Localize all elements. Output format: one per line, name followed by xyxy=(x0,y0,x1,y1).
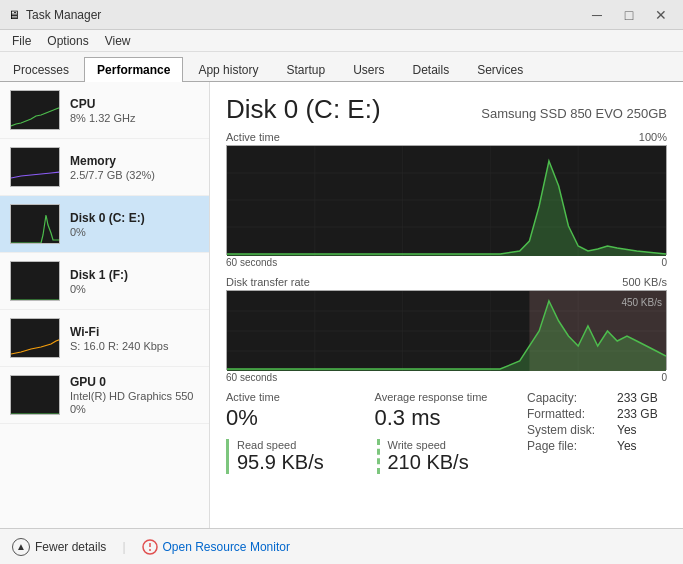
sidebar-item-cpu[interactable]: CPU 8% 1.32 GHz xyxy=(0,82,209,139)
system-disk-row: System disk: Yes xyxy=(527,423,667,437)
active-time-label-row: Active time 100% xyxy=(226,131,667,143)
active-time-stat-label: Active time xyxy=(226,391,343,403)
disk0-label: Disk 0 (C: E:) xyxy=(70,211,199,225)
info-table: Capacity: 233 GB Formatted: 233 GB Syste… xyxy=(527,391,667,474)
bottombar: ▲ Fewer details | Open Resource Monitor xyxy=(0,528,683,564)
fewer-details-button[interactable]: ▲ Fewer details xyxy=(12,538,106,556)
close-button[interactable]: ✕ xyxy=(647,5,675,25)
system-disk-value: Yes xyxy=(617,423,637,437)
read-speed-value: 95.9 KB/s xyxy=(237,451,353,474)
window-title: Task Manager xyxy=(26,8,583,22)
sidebar-item-disk0[interactable]: Disk 0 (C: E:) 0% xyxy=(0,196,209,253)
transfer-0: 0 xyxy=(661,372,667,383)
formatted-row: Formatted: 233 GB xyxy=(527,407,667,421)
window-controls: ─ □ ✕ xyxy=(583,5,675,25)
active-time-60s: 60 seconds xyxy=(226,257,277,268)
panel-header: Disk 0 (C: E:) Samsung SSD 850 EVO 250GB xyxy=(226,94,667,125)
write-speed-stat: Write speed 210 KB/s xyxy=(377,439,504,474)
tab-services[interactable]: Services xyxy=(464,57,536,82)
menu-file[interactable]: File xyxy=(4,32,39,50)
tab-startup[interactable]: Startup xyxy=(273,57,338,82)
open-resource-monitor-label: Open Resource Monitor xyxy=(163,540,290,554)
speed-stats: Read speed 95.9 KB/s Write speed 210 KB/… xyxy=(226,439,503,474)
read-speed-stat: Read speed 95.9 KB/s xyxy=(226,439,353,474)
gpu-label: GPU 0 xyxy=(70,375,199,389)
titlebar: 🖥 Task Manager ─ □ ✕ xyxy=(0,0,683,30)
panel-subtitle: Samsung SSD 850 EVO 250GB xyxy=(481,106,667,121)
disk0-info: Disk 0 (C: E:) 0% xyxy=(70,211,199,238)
svg-rect-6 xyxy=(227,146,666,256)
formatted-value: 233 GB xyxy=(617,407,658,421)
active-time-chart xyxy=(226,145,667,255)
page-file-label: Page file: xyxy=(527,439,617,453)
write-speed-label: Write speed xyxy=(388,439,504,451)
page-file-row: Page file: Yes xyxy=(527,439,667,453)
sidebar-item-wifi[interactable]: Wi-Fi S: 16.0 R: 240 Kbps xyxy=(0,310,209,367)
memory-label: Memory xyxy=(70,154,199,168)
separator: | xyxy=(122,540,125,554)
resource-monitor-icon xyxy=(142,539,158,555)
tab-performance[interactable]: Performance xyxy=(84,57,183,82)
capacity-row: Capacity: 233 GB xyxy=(527,391,667,405)
disk1-info: Disk 1 (F:) 0% xyxy=(70,268,199,295)
primary-stats: Active time 0% Average response time 0.3… xyxy=(226,391,503,431)
response-time-stat-label: Average response time xyxy=(375,391,492,403)
main-content: CPU 8% 1.32 GHz Memory 2.5/7.7 GB (32%) xyxy=(0,82,683,528)
wifi-value: S: 16.0 R: 240 Kbps xyxy=(70,340,199,352)
menubar: File Options View xyxy=(0,30,683,52)
panel-title: Disk 0 (C: E:) xyxy=(226,94,381,125)
fewer-details-label: Fewer details xyxy=(35,540,106,554)
disk1-value: 0% xyxy=(70,283,199,295)
sidebar-item-disk1[interactable]: Disk 1 (F:) 0% xyxy=(0,253,209,310)
svg-rect-5 xyxy=(11,376,60,415)
sidebar-item-gpu[interactable]: GPU 0 Intel(R) HD Graphics 550 0% xyxy=(0,367,209,424)
capacity-value: 233 GB xyxy=(617,391,658,405)
disk1-mini-graph xyxy=(10,261,60,301)
disk1-label: Disk 1 (F:) xyxy=(70,268,199,282)
gpu-mini-graph xyxy=(10,375,60,415)
transfer-rate-chart: 450 KB/s xyxy=(226,290,667,370)
wifi-label: Wi-Fi xyxy=(70,325,199,339)
tabbar: Processes Performance App history Startu… xyxy=(0,52,683,82)
cpu-label: CPU xyxy=(70,97,199,111)
tab-users[interactable]: Users xyxy=(340,57,397,82)
stats-info-container: Active time 0% Average response time 0.3… xyxy=(226,391,667,474)
memory-mini-graph xyxy=(10,147,60,187)
disk0-mini-graph xyxy=(10,204,60,244)
formatted-label: Formatted: xyxy=(527,407,617,421)
tab-app-history[interactable]: App history xyxy=(185,57,271,82)
transfer-rate-section: Disk transfer rate 500 KB/s xyxy=(226,276,667,383)
gpu-info: GPU 0 Intel(R) HD Graphics 550 0% xyxy=(70,375,199,415)
sidebar-item-memory[interactable]: Memory 2.5/7.7 GB (32%) xyxy=(0,139,209,196)
transfer-time-labels: 60 seconds 0 xyxy=(226,372,667,383)
response-time-stat-value: 0.3 ms xyxy=(375,405,492,431)
detail-panel: Disk 0 (C: E:) Samsung SSD 850 EVO 250GB… xyxy=(210,82,683,528)
disk0-value: 0% xyxy=(70,226,199,238)
wifi-info: Wi-Fi S: 16.0 R: 240 Kbps xyxy=(70,325,199,352)
transfer-60s: 60 seconds xyxy=(226,372,277,383)
wifi-mini-graph xyxy=(10,318,60,358)
transfer-rate-label: Disk transfer rate xyxy=(226,276,310,288)
active-time-label: Active time xyxy=(226,131,280,143)
active-time-time-labels: 60 seconds 0 xyxy=(226,257,667,268)
capacity-label: Capacity: xyxy=(527,391,617,405)
tab-details[interactable]: Details xyxy=(399,57,462,82)
minimize-button[interactable]: ─ xyxy=(583,5,611,25)
transfer-rate-annotation: 450 KB/s xyxy=(621,297,662,308)
cpu-info: CPU 8% 1.32 GHz xyxy=(70,97,199,124)
menu-view[interactable]: View xyxy=(97,32,139,50)
gpu-value: Intel(R) HD Graphics 550 xyxy=(70,390,199,402)
sidebar: CPU 8% 1.32 GHz Memory 2.5/7.7 GB (32%) xyxy=(0,82,210,528)
active-time-stat: Active time 0% xyxy=(226,391,355,431)
page-file-value: Yes xyxy=(617,439,637,453)
tab-processes[interactable]: Processes xyxy=(0,57,82,82)
menu-options[interactable]: Options xyxy=(39,32,96,50)
read-speed-label: Read speed xyxy=(237,439,353,451)
memory-info: Memory 2.5/7.7 GB (32%) xyxy=(70,154,199,181)
response-time-stat: Average response time 0.3 ms xyxy=(375,391,504,431)
stats-container: Active time 0% Average response time 0.3… xyxy=(226,391,503,474)
open-resource-monitor-link[interactable]: Open Resource Monitor xyxy=(142,539,290,555)
system-disk-label: System disk: xyxy=(527,423,617,437)
transfer-rate-max: 500 KB/s xyxy=(622,276,667,288)
maximize-button[interactable]: □ xyxy=(615,5,643,25)
